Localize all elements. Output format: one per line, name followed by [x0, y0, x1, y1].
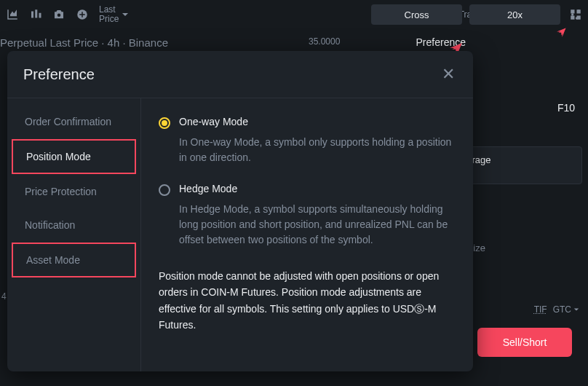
sidebar-item-order-confirmation[interactable]: Order Confirmation [12, 106, 136, 138]
svg-rect-0 [31, 12, 33, 18]
annotation-arrow-icon [546, 26, 568, 48]
sidebar-item-asset-mode[interactable]: Asset Mode [12, 243, 136, 277]
svg-point-10 [571, 13, 573, 15]
svg-point-3 [57, 14, 61, 17]
chart-icon[interactable] [6, 8, 19, 21]
candles-icon[interactable] [29, 8, 42, 21]
svg-point-11 [576, 17, 578, 19]
hedge-mode-title: Hedge Mode [179, 183, 237, 194]
sidebar-item-position-mode[interactable]: Position Mode [12, 139, 136, 174]
sell-short-button[interactable]: Sell/Short [477, 328, 572, 357]
oneway-mode-title: One-way Mode [179, 116, 248, 127]
sidebar-item-price-protection[interactable]: Price Protection [12, 176, 136, 208]
modal-title: Preference [23, 66, 95, 83]
tif-label: TIF [534, 304, 547, 315]
position-mode-note: Position mode cannot be adjusted with op… [159, 268, 456, 334]
last-price-label: Last Price [99, 5, 119, 24]
oneway-mode-desc: In One-way Mode, a symbol only supports … [179, 135, 456, 165]
modal-content: One-way Mode In One-way Mode, a symbol o… [141, 98, 473, 371]
svg-rect-1 [35, 9, 37, 17]
oneway-mode-radio[interactable] [159, 117, 170, 129]
svg-rect-2 [39, 13, 41, 18]
settings-sliders-icon[interactable] [568, 7, 582, 22]
svg-point-9 [577, 9, 579, 12]
price-axis-label: 35.0000 [309, 36, 340, 47]
left-axis-stub: 4 [1, 291, 7, 302]
preference-modal: Preference ✕ Order Confirmation Position… [7, 51, 473, 371]
modal-sidebar: Order Confirmation Position Mode Price P… [7, 98, 141, 371]
close-icon[interactable]: ✕ [440, 66, 457, 83]
tif-value-dropdown[interactable]: GTC [553, 304, 579, 315]
camera-icon[interactable] [52, 8, 65, 21]
margin-mode-button[interactable]: Cross [371, 4, 462, 25]
plus-icon[interactable] [76, 8, 89, 21]
hedge-mode-radio[interactable] [159, 184, 170, 196]
leverage-button[interactable]: 20x [469, 4, 560, 25]
sidebar-item-notification[interactable]: Notification [12, 209, 136, 241]
chart-title: Perpetual Last Price · 4h · Binance [0, 36, 168, 49]
last-price-dropdown[interactable]: Last Price [99, 5, 129, 24]
hedge-mode-desc: In Hedge Mode, a symbol supports simulta… [179, 202, 456, 248]
